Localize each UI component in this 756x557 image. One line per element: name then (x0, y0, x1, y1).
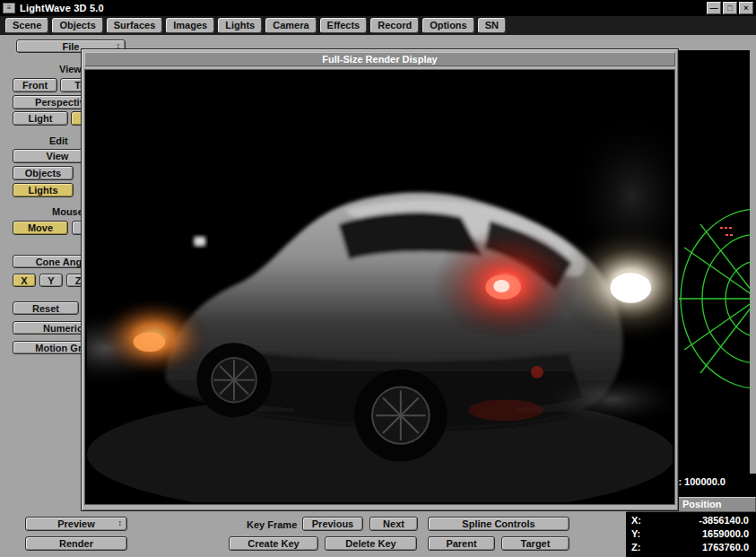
close-icon[interactable]: × (739, 2, 753, 14)
tab-objects[interactable]: Objects (52, 18, 102, 33)
mouse-move-button[interactable]: Move (13, 221, 68, 235)
position-x-row: X: -3856140.0 (631, 515, 749, 526)
file-label: File (63, 41, 80, 52)
preview-label: Preview (57, 518, 95, 529)
window-titlebar[interactable]: ≡ LightWave 3D 5.0 — □ × (0, 0, 756, 16)
view-light-button[interactable]: Light (13, 111, 68, 126)
key-frame-label: Key Frame (247, 519, 297, 530)
target-button[interactable]: Target (501, 536, 569, 551)
render-window-title: Full-Size Render Display (322, 54, 437, 65)
z-value: 1763760.0 (702, 542, 749, 553)
position-z-row: Z: 1763760.0 (631, 542, 749, 553)
position-y-row: Y: 1659000.0 (631, 528, 749, 539)
x-value: -3856140.0 (699, 515, 749, 526)
tab-scene[interactable]: Scene (5, 18, 48, 33)
edit-lights-button[interactable]: Lights (13, 183, 74, 197)
tab-effects[interactable]: Effects (320, 18, 368, 33)
render-display-window: Full-Size Render Display (81, 48, 679, 511)
minimize-icon[interactable]: — (707, 2, 721, 14)
system-menu-icon[interactable]: ≡ (3, 3, 15, 13)
next-key-button[interactable]: Next (369, 517, 418, 531)
y-label: Y: (631, 528, 640, 539)
spline-controls-button[interactable]: Spline Controls (428, 517, 569, 531)
popup-arrows-icon: ↕ (118, 518, 123, 527)
axis-y-button[interactable]: Y (39, 274, 63, 287)
render-image-area (84, 69, 675, 505)
tab-record[interactable]: Record (370, 18, 419, 33)
reset-button[interactable]: Reset (13, 301, 79, 315)
previous-key-button[interactable]: Previous (302, 517, 363, 531)
parent-button[interactable]: Parent (428, 536, 495, 551)
maximize-icon[interactable]: □ (723, 2, 737, 14)
view-front-button[interactable]: Front (13, 78, 57, 92)
window-controls: — □ × (707, 2, 753, 14)
y-value: 1659000.0 (702, 528, 749, 539)
tab-camera[interactable]: Camera (265, 18, 316, 33)
preview-dropdown[interactable]: Preview ↕ (25, 517, 127, 531)
edit-section-header: Edit (49, 135, 68, 146)
lightwave-main-window: ≡ LightWave 3D 5.0 — □ × Scene Objects S… (0, 0, 756, 557)
delete-key-button[interactable]: Delete Key (325, 536, 417, 551)
mouse-section-header: Mouse (52, 206, 83, 217)
tab-sn[interactable]: SN (478, 18, 506, 33)
tab-lights[interactable]: Lights (218, 18, 262, 33)
render-window-titlebar[interactable]: Full-Size Render Display (84, 52, 675, 66)
tab-surfaces[interactable]: Surfaces (107, 18, 162, 33)
view-section-header: View (59, 64, 82, 74)
x-label: X: (631, 515, 641, 526)
tab-options[interactable]: Options (422, 18, 474, 33)
light-wireframe-graphic (675, 205, 751, 393)
z-label: Z: (631, 542, 640, 553)
tab-images[interactable]: Images (166, 18, 214, 33)
render-button[interactable]: Render (25, 536, 127, 551)
edit-objects-button[interactable]: Objects (13, 166, 74, 180)
axis-x-button[interactable]: X (13, 274, 36, 287)
main-menu-tabbar: Scene Objects Surfaces Images Lights Cam… (0, 16, 756, 35)
rendered-car-image (87, 72, 673, 502)
window-title: LightWave 3D 5.0 (20, 3, 104, 13)
create-key-button[interactable]: Create Key (229, 536, 318, 551)
